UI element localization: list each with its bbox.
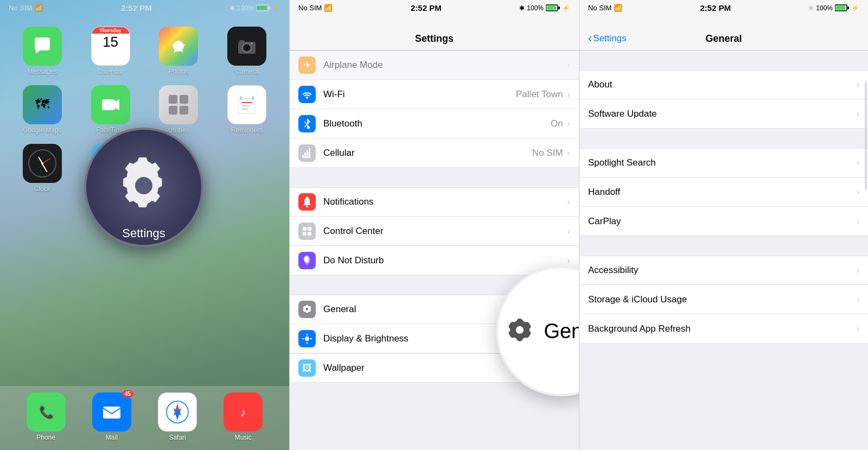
s3-carrier: No SIM <box>588 4 611 12</box>
notifications-section: Notifications › Control Center › Do Not … <box>290 187 579 275</box>
wifi-chevron: › <box>567 90 570 99</box>
settings-gear-large <box>111 155 176 220</box>
general-icon <box>298 301 316 318</box>
dock-mail[interactable]: 45 Mail <box>92 392 131 441</box>
time-display: 2:52 PM <box>121 3 152 12</box>
row-about[interactable]: About › <box>579 70 868 99</box>
s3-battery-icon <box>835 4 849 11</box>
bluetooth-value: On <box>551 118 563 129</box>
s3-bluetooth-icon: ✱ <box>808 4 814 12</box>
general-panel: No SIM 📶 2:52 PM ✱ 100% ⚡ ‹ Settings Gen… <box>579 0 868 450</box>
settings-app-zoomed[interactable]: Settings <box>84 128 203 247</box>
dock-mail-label: Mail <box>106 434 118 441</box>
s3-status-right: ✱ 100% ⚡ <box>808 4 859 12</box>
general-gap-2 <box>579 236 868 256</box>
display-icon <box>298 330 316 347</box>
svg-rect-50 <box>303 227 307 231</box>
bluetooth-icon <box>298 115 316 132</box>
app-photos-label: Photos <box>169 68 189 75</box>
svg-rect-41 <box>547 6 557 10</box>
row-wifi[interactable]: Wi-Fi Pallet Town › <box>290 80 579 109</box>
status-left: No SIM 📶 <box>9 4 43 12</box>
wifi-settings-icon <box>298 86 316 103</box>
row-handoff[interactable]: Handoff › <box>579 178 868 207</box>
control-center-label: Control Center <box>323 226 567 237</box>
row-airplane[interactable]: ✈ Airplane Mode › <box>290 50 579 80</box>
app-clock[interactable]: Clock <box>13 144 72 193</box>
s3-time: 2:52 PM <box>700 3 731 12</box>
app-reminders-label: Reminders <box>231 126 263 134</box>
app-utilities[interactable]: Utilities <box>150 85 208 134</box>
handoff-chevron: › <box>857 187 859 197</box>
accessibility-section: Accessibility › Storage & iCloud Usage ›… <box>579 256 868 344</box>
control-center-icon <box>298 223 316 240</box>
app-reminders[interactable]: Reminders <box>218 85 276 134</box>
app-camera[interactable]: Camera <box>218 27 276 75</box>
svg-rect-46 <box>304 153 306 158</box>
cellular-value: No SIM <box>532 148 563 159</box>
app-utilities-label: Utilities <box>168 126 189 134</box>
connectivity-section: ✈ Airplane Mode › Wi-Fi Pallet Town › Bl… <box>290 50 579 168</box>
status-bar-home: No SIM 📶 2:52 PM ✱ 100% ⚡ <box>0 0 289 16</box>
row-bluetooth[interactable]: Bluetooth On › <box>290 109 579 138</box>
dock-phone-label: Phone <box>36 434 55 441</box>
svg-rect-47 <box>307 150 308 158</box>
spotlight-label: Spotlight Search <box>588 157 857 168</box>
s2-battery-pct: 100% <box>527 4 544 12</box>
app-photos[interactable]: Photos <box>150 27 208 75</box>
svg-text:♪: ♪ <box>240 405 246 419</box>
svg-rect-42 <box>558 7 560 9</box>
spotlight-section: Spotlight Search › Handoff › CarPlay › <box>579 148 868 236</box>
app-messages-label: Messages <box>28 68 58 75</box>
s2-battery-icon <box>546 4 560 11</box>
dock-music-label: Music <box>235 434 252 441</box>
top-gap <box>579 50 868 70</box>
dock-phone[interactable]: 📞 Phone <box>27 392 66 441</box>
s3-status-left: No SIM 📶 <box>588 4 622 12</box>
notifications-label: Notifications <box>323 197 567 207</box>
wifi-value: Pallet Town <box>516 89 563 100</box>
s2-carrier: No SIM <box>298 4 322 12</box>
charging-icon: ⚡ <box>272 4 280 12</box>
svg-rect-26 <box>252 96 254 100</box>
s2-bluetooth-icon: ✱ <box>519 4 525 12</box>
app-messages[interactable]: Messages <box>13 27 72 75</box>
dock-safari-label: Safari <box>169 434 186 441</box>
dock-safari[interactable]: Safari <box>158 392 197 441</box>
row-spotlight[interactable]: Spotlight Search › <box>579 148 868 178</box>
row-control-center[interactable]: Control Center › <box>290 217 579 246</box>
app-maps[interactable]: 🗺 Google Maps <box>13 85 72 134</box>
status-bar-settings: No SIM 📶 2:52 PM ✱ 100% ⚡ <box>290 0 579 16</box>
svg-text:🗺: 🗺 <box>35 96 49 112</box>
app-facetime[interactable]: FaceTime <box>81 85 140 134</box>
home-screen: No SIM 📶 2:52 PM ✱ 100% ⚡ Messages <box>0 0 289 450</box>
s3-wifi-icon: 📶 <box>614 4 622 12</box>
row-software-update[interactable]: Software Update › <box>579 99 868 129</box>
row-carplay[interactable]: CarPlay › <box>579 207 868 236</box>
svg-rect-19 <box>169 106 177 115</box>
zoom-general-label: General <box>544 320 579 343</box>
row-background-refresh[interactable]: Background App Refresh › <box>579 314 868 344</box>
storage-label: Storage & iCloud Usage <box>588 294 857 305</box>
row-cellular[interactable]: Cellular No SIM › <box>290 138 579 168</box>
svg-point-27 <box>135 177 152 194</box>
svg-rect-25 <box>240 96 242 100</box>
svg-rect-45 <box>302 155 304 158</box>
row-storage[interactable]: Storage & iCloud Usage › <box>579 285 868 314</box>
zoom-gear-icon <box>505 316 535 346</box>
row-notifications[interactable]: Notifications › <box>290 187 579 217</box>
s3-charging-icon: ⚡ <box>851 4 859 12</box>
second-hand <box>42 159 51 164</box>
back-button[interactable]: ‹ Settings <box>588 33 627 45</box>
dock-music[interactable]: ♪ Music <box>224 392 263 441</box>
status-right: ✱ 100% ⚡ <box>229 4 280 12</box>
svg-line-43 <box>304 122 307 124</box>
clock-center-dot <box>41 162 43 164</box>
general-gap-1 <box>579 129 868 148</box>
back-label: Settings <box>593 33 626 44</box>
software-update-label: Software Update <box>588 109 857 119</box>
app-maps-label: Google Maps <box>23 126 61 134</box>
spotlight-chevron: › <box>857 158 859 168</box>
row-accessibility[interactable]: Accessibility › <box>579 256 868 285</box>
app-calendar[interactable]: Thursday 15 Calendar <box>81 27 140 75</box>
